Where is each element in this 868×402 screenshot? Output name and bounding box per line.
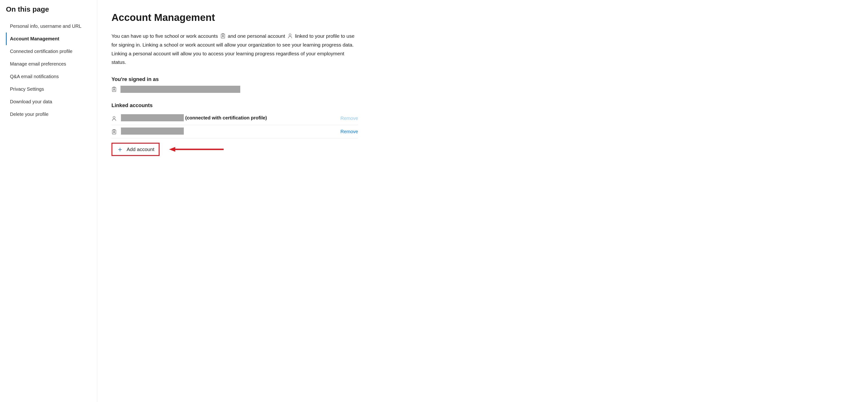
- linked-account-redacted: [121, 127, 184, 135]
- sidebar-item-qa-notifications[interactable]: Q&A email notifications: [6, 70, 91, 83]
- add-account-wrap: ＋ Add account: [112, 143, 224, 156]
- linked-account-note: (connected with certification profile): [185, 115, 267, 121]
- intro-paragraph: You can have up to five school or work a…: [112, 32, 358, 67]
- intro-text-2: and one personal account: [228, 33, 285, 39]
- sidebar-item-connected-cert[interactable]: Connected certification profile: [6, 45, 91, 58]
- remove-account-link[interactable]: Remove: [341, 116, 358, 121]
- remove-account-link[interactable]: Remove: [341, 129, 358, 134]
- sidebar-item-download-data[interactable]: Download your data: [6, 95, 91, 108]
- plus-icon: ＋: [117, 146, 123, 153]
- svg-point-1: [222, 35, 223, 36]
- signed-in-account-redacted: [121, 86, 240, 93]
- linked-account-row: Remove: [112, 125, 358, 138]
- signed-in-heading: You're signed in as: [112, 76, 358, 82]
- linked-account-label: (connected with certification profile): [121, 114, 267, 121]
- sidebar-item-personal-info[interactable]: Personal info, username and URL: [6, 20, 91, 32]
- sidebar-nav-list: Personal info, username and URL Account …: [6, 20, 91, 121]
- linked-account-label: [121, 127, 185, 135]
- linked-account-redacted: [121, 114, 184, 121]
- add-account-label: Add account: [127, 146, 154, 152]
- badge-icon: [220, 33, 225, 39]
- badge-icon: [112, 86, 117, 92]
- person-icon: [287, 33, 293, 39]
- linked-accounts-table: (connected with certification profile) R…: [112, 112, 358, 138]
- sidebar-item-account-management[interactable]: Account Management: [6, 32, 91, 45]
- page-title: Account Management: [112, 12, 358, 23]
- sidebar-title: On this page: [6, 5, 91, 13]
- person-icon: [112, 116, 121, 121]
- svg-point-5: [113, 116, 115, 118]
- signed-in-row: [112, 86, 358, 93]
- sidebar-item-email-prefs[interactable]: Manage email preferences: [6, 58, 91, 70]
- main-content: Account Management You can have up to fi…: [97, 0, 372, 402]
- svg-point-7: [114, 131, 115, 132]
- page-root: On this page Personal info, username and…: [0, 0, 868, 402]
- sidebar-item-privacy[interactable]: Privacy Settings: [6, 83, 91, 95]
- sidebar-item-delete-profile[interactable]: Delete your profile: [6, 108, 91, 121]
- sidebar: On this page Personal info, username and…: [0, 0, 97, 402]
- linked-accounts-heading: Linked accounts: [112, 102, 358, 109]
- svg-point-2: [289, 34, 291, 36]
- svg-marker-9: [169, 147, 175, 152]
- badge-icon: [112, 129, 121, 135]
- add-account-button[interactable]: ＋ Add account: [112, 143, 160, 156]
- linked-account-row: (connected with certification profile) R…: [112, 112, 358, 125]
- intro-text-1: You can have up to five school or work a…: [112, 33, 218, 39]
- svg-point-4: [114, 89, 115, 90]
- callout-arrow-icon: [169, 146, 224, 152]
